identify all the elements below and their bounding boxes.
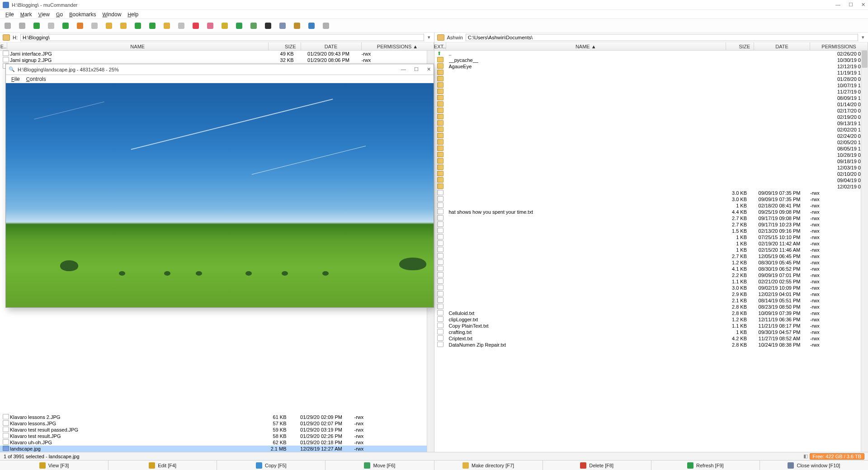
file-row[interactable]: 11/27/19 08:10 PMdrwx (434, 89, 868, 95)
file-row[interactable]: 08/09/19 10:18 AMdrwx (434, 95, 868, 101)
file-row[interactable]: 3.0 KB09/09/19 07:35 PM-rwx (434, 190, 868, 196)
file-row[interactable]: 1.5 KB02/13/20 09:16 PM-rwx (434, 228, 868, 234)
mail-icon[interactable] (278, 22, 287, 30)
file-row[interactable]: 02/17/20 01:41 PMdrwx (434, 108, 868, 114)
fn-move[interactable]: Move [F6] (326, 461, 434, 470)
heart-icon[interactable] (192, 22, 200, 30)
file-row[interactable]: Copy PlainText.txt1.1 KB11/21/19 08:17 P… (434, 323, 868, 329)
file-row[interactable]: 10/28/19 09:55 AMdrwx (434, 152, 868, 158)
file-row[interactable]: 01/14/20 02:22 PMdrwx (434, 101, 868, 108)
menu-mark[interactable]: Mark (18, 11, 35, 18)
minimize-icon[interactable]: — (401, 66, 406, 72)
file-row[interactable]: 02/10/20 03:34 PMdrwx (434, 171, 868, 177)
menu-go[interactable]: Go (53, 11, 66, 18)
drive-icon[interactable] (3, 34, 10, 41)
fn-refresh[interactable]: Refresh [F9] (651, 461, 760, 470)
menu-help[interactable]: Help (125, 11, 141, 18)
terminal-icon[interactable] (264, 22, 272, 30)
file-row[interactable]: 1.1 KB02/21/20 02:55 PM-rwx (434, 278, 868, 285)
file-row[interactable]: 2.2 KB09/09/19 07:01 PM-rwx (434, 272, 868, 278)
file-row[interactable]: 09/04/19 09:56 AMdrwx (434, 177, 868, 183)
dropdown-icon[interactable]: ▾ (427, 34, 431, 40)
info-icon[interactable] (307, 22, 316, 30)
file-row[interactable]: 2.8 KB08/23/19 08:50 PM-rwx (434, 304, 868, 310)
right-path-input[interactable] (466, 34, 858, 41)
file-row[interactable]: 09/13/19 10:21 AMdrwx (434, 120, 868, 127)
close-icon[interactable]: ✕ (861, 2, 865, 8)
file-row[interactable]: hat shows how you spent your time.txt4.4… (434, 209, 868, 215)
right-headers[interactable]: EXT.. NAME ▲ SIZE DATE PERMISSIONS (434, 42, 868, 51)
right-filelist[interactable]: ⬆..02/26/20 03:11 PM__pycache__10/30/19 … (434, 51, 868, 452)
fn-close[interactable]: Close window [F10] (760, 461, 868, 470)
image-viewer-window[interactable]: 🔍 H:\Blogging\landscape.jpg - 4831x2548 … (5, 64, 434, 308)
scrollbar[interactable] (861, 51, 868, 452)
file-row[interactable]: Klavaro test result passed.JPG59 KB01/29… (0, 427, 427, 433)
file-row[interactable]: 1.2 KB08/30/19 05:45 PM-rwx (434, 259, 868, 266)
header-perm[interactable]: PERMISSIONS (810, 42, 868, 50)
file-row[interactable]: 1 KB02/19/20 11:42 AM-rwx (434, 240, 868, 247)
file-row[interactable]: 2.1 KB08/14/19 05:51 PM-rwx (434, 297, 868, 304)
left-headers[interactable]: E.. NAME SIZE DATE PERMISSIONS ▲ (0, 42, 434, 51)
file-row[interactable]: 3.0 KB09/02/19 10:09 PM-rwx (434, 285, 868, 291)
left-path-input[interactable] (20, 34, 424, 41)
file-row[interactable]: crafting.txt1 KB09/30/19 04:57 PM-rwx (434, 329, 868, 335)
file-row[interactable]: Jami interface.JPG49 KB01/29/20 09:43 PM… (0, 51, 434, 57)
viewer-menu-controls[interactable]: Controls (24, 75, 49, 83)
file-row[interactable]: 10/07/19 12:25 PMdrwx (434, 82, 868, 89)
file-row[interactable]: Klavaro test result.JPG58 KB01/29/20 02:… (0, 433, 427, 439)
file-row[interactable]: 2.7 KB09/17/19 10:23 PM-rwx (434, 221, 868, 228)
header-ext[interactable]: E.. (0, 42, 7, 50)
up-icon[interactable] (61, 22, 70, 30)
file-row[interactable]: Celluloid.txt2.8 KB10/09/19 07:39 PM-rwx (434, 310, 868, 316)
refresh-icon[interactable] (134, 22, 142, 30)
edit-icon[interactable] (293, 22, 301, 30)
header-perm[interactable]: PERMISSIONS ▲ (362, 42, 434, 50)
home-icon[interactable] (76, 22, 84, 30)
file-row[interactable]: 02/19/20 02:46 PMdrwx (434, 114, 868, 120)
sync-icon[interactable] (163, 22, 171, 30)
fn-copy[interactable]: Copy [F5] (217, 461, 326, 470)
new-window-icon[interactable] (4, 22, 12, 30)
forward-icon[interactable] (47, 22, 55, 30)
fn-edit[interactable]: Edit [F4] (108, 461, 217, 470)
viewer-menu-file[interactable]: File (9, 75, 23, 83)
header-date[interactable]: DATE (301, 42, 362, 50)
file-row[interactable]: 1 KB07/25/15 10:10 PM-rwx (434, 234, 868, 240)
file-row[interactable]: AgaueEye12/12/19 02:38 PMdrwx (434, 63, 868, 70)
menu-file[interactable]: File (3, 11, 17, 18)
file-row[interactable]: Criptext.txt4.2 KB11/27/19 08:52 AM-rwx (434, 335, 868, 342)
file-row[interactable]: 1 KB02/15/20 11:46 AM-rwx (434, 247, 868, 253)
back-icon[interactable] (33, 22, 41, 30)
file-row[interactable]: 4.1 KB08/30/19 06:52 PM-rwx (434, 266, 868, 272)
file-row[interactable]: Klavaro uh-oh.JPG62 KB01/29/20 02:18 PM-… (0, 439, 427, 446)
right-drive-label[interactable]: Ashwin (447, 35, 463, 40)
close-icon[interactable]: ✕ (427, 66, 431, 72)
file-row[interactable]: 08/05/19 12:35 AMdrwx (434, 146, 868, 152)
file-row[interactable]: landscape.jpg2.1 MB12/28/19 12:27 AM-rwx (0, 446, 427, 452)
file-row[interactable]: Klavaro lessons.JPG57 KB01/29/20 02:07 P… (0, 420, 427, 427)
new-tab-icon[interactable] (18, 22, 26, 30)
folder-parent-icon[interactable] (105, 22, 113, 30)
file-row[interactable]: Jami signup 2.JPG32 KB01/29/20 08:06 PM-… (0, 57, 434, 63)
left-drive-label[interactable]: H: (13, 35, 18, 40)
file-row[interactable]: 02/05/20 11:27 PMdrwx (434, 139, 868, 146)
maximize-icon[interactable]: ☐ (414, 66, 419, 72)
file-row[interactable]: ⬆..02/26/20 03:11 PM (434, 51, 868, 57)
globe2-icon[interactable] (250, 22, 258, 30)
menu-window[interactable]: Window (100, 11, 124, 18)
file-row[interactable]: Klavaro lessons 2.JPG61 KB01/29/20 02:09… (0, 414, 427, 420)
maximize-icon[interactable]: ☐ (849, 2, 853, 8)
settings-icon[interactable] (322, 22, 330, 30)
header-name[interactable]: NAME ▲ (446, 42, 726, 50)
file-row[interactable]: 3.0 KB09/09/19 07:35 PM-rwx (434, 196, 868, 202)
file-row[interactable]: DataNumen Zip Repair.txt2.8 KB10/24/19 0… (434, 342, 868, 348)
swap-icon[interactable] (148, 22, 156, 30)
heart-add-icon[interactable] (206, 22, 214, 30)
file-row[interactable]: 2.9 KB12/02/19 04:01 PM-rwx (434, 291, 868, 297)
minimize-icon[interactable]: — (835, 2, 840, 8)
globe-icon[interactable] (235, 22, 243, 30)
file-row[interactable]: 12/02/19 05:52 PMdrwx (434, 183, 868, 190)
header-size[interactable]: SIZE (726, 42, 754, 50)
file-row[interactable]: 09/18/19 09:41 AMdrwx (434, 158, 868, 164)
gear-icon[interactable] (177, 22, 185, 30)
